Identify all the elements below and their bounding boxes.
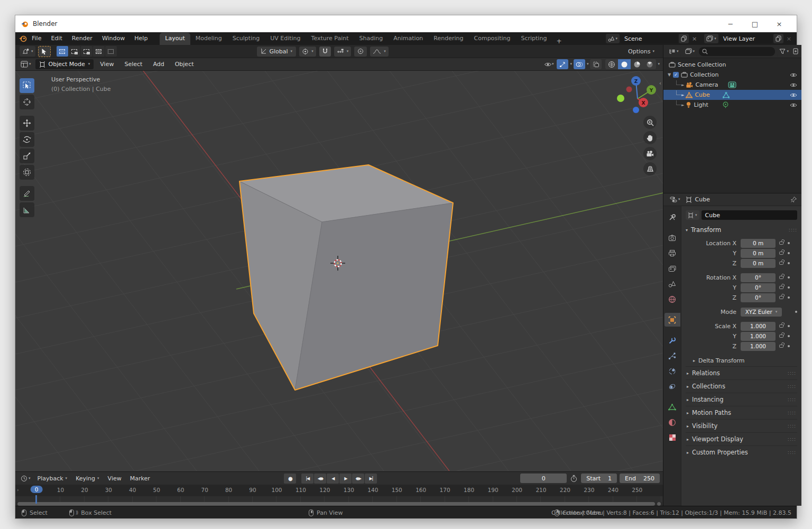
- tab-compositing[interactable]: Compositing: [469, 33, 516, 45]
- location-z-field[interactable]: 0 m: [741, 259, 776, 268]
- frame-tick-label[interactable]: 150: [392, 487, 402, 493]
- animate-dot[interactable]: [795, 311, 797, 313]
- view-layer-remove-button[interactable]: ×: [785, 35, 793, 42]
- tab-output[interactable]: [665, 246, 680, 260]
- timeline-scrollbar[interactable]: [17, 502, 655, 506]
- timeline-ruler[interactable]: › 01020304050607080901001101201301401501…: [15, 485, 663, 496]
- rotation-mode-dropdown[interactable]: XYZ Euler▾: [741, 308, 782, 317]
- shading-material-button[interactable]: [631, 59, 643, 69]
- mesh-data-icon[interactable]: [723, 92, 730, 98]
- panel-visibility[interactable]: ▸Visibility::::: [686, 419, 797, 432]
- tab-material[interactable]: [665, 415, 680, 429]
- menu-add[interactable]: Add: [149, 61, 168, 68]
- frame-tick-label[interactable]: 130: [344, 487, 354, 493]
- tab-tool[interactable]: [665, 210, 680, 224]
- sidebar-toggle-arrow[interactable]: ‹: [659, 80, 661, 86]
- toolbar-rotate[interactable]: [20, 132, 34, 147]
- outliner-row-light[interactable]: ► Light: [663, 100, 801, 110]
- eye-icon[interactable]: [790, 92, 797, 98]
- frame-tick-label[interactable]: 70: [201, 487, 208, 493]
- menu-edit[interactable]: Edit: [46, 32, 67, 45]
- new-collection-icon[interactable]: [793, 48, 798, 54]
- animate-dot[interactable]: [788, 335, 790, 337]
- rotation-z-field[interactable]: 0°: [741, 293, 776, 302]
- play-reverse-button[interactable]: ◀: [327, 474, 339, 484]
- tab-rendering[interactable]: Rendering: [428, 33, 468, 45]
- frame-tick-label[interactable]: 220: [560, 487, 570, 493]
- shading-wireframe-button[interactable]: [605, 59, 618, 69]
- light-data-icon[interactable]: [722, 101, 729, 108]
- jump-to-end-button[interactable]: ▶|: [365, 474, 377, 484]
- lock-icon[interactable]: [779, 242, 783, 245]
- frame-end-field[interactable]: End250: [620, 474, 660, 483]
- animate-dot[interactable]: [788, 286, 790, 289]
- lock-icon[interactable]: [779, 252, 783, 255]
- scene-unlink-button[interactable]: ×: [690, 35, 699, 42]
- menu-marker[interactable]: Marker: [126, 475, 154, 482]
- drag-handle-icon[interactable]: ::::: [789, 227, 797, 233]
- expand-arrow-icon[interactable]: ▼: [668, 72, 671, 77]
- view-layer-new-button[interactable]: [773, 34, 783, 43]
- outliner-search-input[interactable]: [699, 47, 775, 56]
- play-button[interactable]: ▶: [339, 474, 352, 484]
- add-workspace-button[interactable]: +: [552, 38, 566, 45]
- maximize-button[interactable]: □: [743, 20, 767, 28]
- stopwatch-icon[interactable]: [570, 475, 578, 482]
- animate-dot[interactable]: [788, 296, 790, 299]
- frame-tick-label[interactable]: 40: [129, 487, 136, 493]
- snap-toggle-button[interactable]: [319, 47, 331, 57]
- frame-tick-label[interactable]: 30: [105, 487, 112, 493]
- close-button[interactable]: ×: [767, 20, 791, 28]
- collection-checkbox[interactable]: ✓: [673, 72, 679, 78]
- frame-tick-label[interactable]: 240: [608, 487, 619, 493]
- options-dropdown[interactable]: Options▾: [628, 48, 659, 55]
- tab-physics[interactable]: [665, 364, 680, 378]
- frame-tick-label[interactable]: 100: [271, 487, 282, 493]
- zoom-button[interactable]: [643, 116, 657, 129]
- tab-world[interactable]: [665, 292, 680, 306]
- ortho-toggle-button[interactable]: [643, 162, 657, 175]
- lock-icon[interactable]: [779, 324, 783, 328]
- menu-select[interactable]: Select: [120, 61, 146, 68]
- toolbar-measure[interactable]: [20, 202, 34, 217]
- tab-scene[interactable]: [665, 277, 680, 291]
- current-frame-field[interactable]: 0: [520, 474, 567, 483]
- toolbar-scale[interactable]: [20, 149, 34, 163]
- scale-y-field[interactable]: 1.000: [741, 332, 776, 341]
- panel-viewport-display[interactable]: ▸Viewport Display::::: [686, 432, 797, 446]
- menu-render[interactable]: Render: [67, 32, 97, 45]
- outliner-row-camera[interactable]: ► Camera: [663, 80, 801, 90]
- outliner-display-mode-button[interactable]: ▾: [667, 47, 681, 56]
- timeline-zoom-handle[interactable]: [657, 502, 661, 506]
- menu-object[interactable]: Object: [171, 61, 198, 68]
- tab-animation[interactable]: Animation: [388, 33, 428, 45]
- frame-tick-label[interactable]: 20: [81, 487, 88, 493]
- chevron-down-icon[interactable]: ▾: [587, 62, 589, 66]
- collapse-arrow-icon[interactable]: ►: [681, 83, 684, 87]
- tab-uv-editing[interactable]: UV Editing: [265, 33, 306, 45]
- pin-icon[interactable]: [790, 196, 797, 203]
- outliner-row-collection[interactable]: ▼ ✓ Collection: [663, 70, 801, 80]
- frame-tick-label[interactable]: 60: [177, 487, 184, 493]
- blender-menu-icon[interactable]: [19, 35, 27, 42]
- panel-instancing[interactable]: ▸Instancing::::: [686, 393, 797, 406]
- camera-data-icon[interactable]: [728, 81, 736, 88]
- overlays-toggle[interactable]: [574, 59, 585, 69]
- navigation-gizmo[interactable]: Z Y X: [612, 73, 662, 124]
- collapse-arrow-icon[interactable]: ►: [681, 93, 684, 97]
- object-mode-dropdown[interactable]: Object Mode ▾: [35, 59, 94, 69]
- menu-keying[interactable]: Keying▾: [72, 475, 103, 482]
- lock-icon[interactable]: [779, 335, 783, 338]
- jump-to-start-button[interactable]: |◀: [301, 474, 313, 484]
- frame-tick-label[interactable]: 210: [536, 487, 546, 493]
- frame-tick-label[interactable]: 110: [296, 487, 306, 493]
- panel-custom-properties[interactable]: ▸Custom Properties::::: [686, 446, 797, 459]
- visibility-dropdown[interactable]: ▾: [542, 59, 556, 69]
- tab-texture-paint[interactable]: Texture Paint: [306, 33, 354, 45]
- gizmos-toggle[interactable]: [557, 59, 568, 69]
- xray-toggle[interactable]: [590, 59, 602, 69]
- view-layer-browse-button[interactable]: ▾: [704, 34, 718, 43]
- camera-view-button[interactable]: [643, 147, 657, 160]
- menu-view[interactable]: View: [96, 61, 118, 68]
- location-y-field[interactable]: 0 m: [741, 249, 776, 258]
